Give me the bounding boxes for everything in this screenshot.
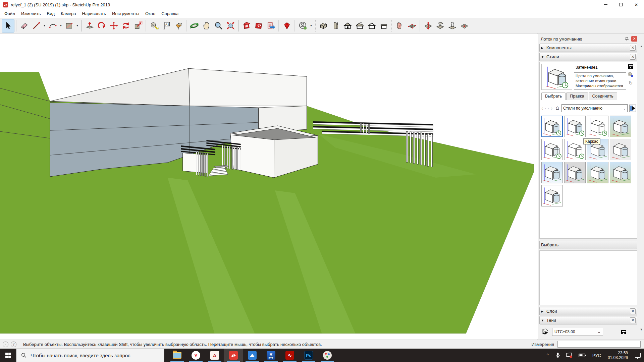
viewport[interactable] (0, 34, 538, 340)
view-top-icon[interactable] (329, 19, 341, 32)
section-styles-close[interactable]: ✕ (630, 54, 636, 60)
taskbar-app-paint[interactable] (318, 349, 337, 362)
styles-in-model-list[interactable] (539, 250, 637, 305)
minimize-button[interactable] (598, 0, 613, 9)
language-indicator[interactable]: РУС (592, 353, 601, 358)
show-secondary-pane-icon[interactable] (621, 330, 626, 334)
maximize-button[interactable] (613, 0, 629, 9)
scale-tool-icon[interactable] (132, 19, 144, 32)
taskbar-app-photos[interactable] (243, 349, 262, 362)
menu-item-2[interactable]: Вид (44, 10, 58, 17)
view-right-icon[interactable] (354, 19, 366, 32)
tool-dropdown-arrow[interactable]: ▼ (59, 19, 63, 32)
toggle-shadows-icon[interactable] (541, 328, 549, 336)
style-thumbnail-sky-8[interactable] (541, 162, 563, 183)
style-thumbnail-shaded-0[interactable] (541, 116, 563, 137)
select-tool-icon[interactable] (2, 19, 14, 32)
tool-dropdown-arrow[interactable]: ▼ (309, 19, 313, 32)
3d-warehouse-icon[interactable] (240, 19, 253, 32)
smoove-tool-icon[interactable] (422, 19, 434, 32)
menu-item-0[interactable]: Файл (1, 10, 18, 17)
pin-icon[interactable] (625, 37, 629, 41)
text-tool-icon[interactable]: A1 (160, 19, 172, 32)
style-thumbnail-gray-9[interactable] (564, 162, 586, 183)
menu-item-4[interactable]: Нарисовать (79, 10, 109, 17)
section-components[interactable]: ▶ Компоненты ✕ (539, 44, 637, 52)
section-components-close[interactable]: ✕ (630, 45, 636, 51)
help-icon[interactable]: ? (11, 342, 16, 347)
tool-dropdown-arrow[interactable]: ▼ (75, 19, 79, 32)
section-layers[interactable]: ▶ Слои ✕ (539, 307, 637, 315)
paint-bucket-tool-icon[interactable] (172, 19, 184, 32)
share-model-icon[interactable] (265, 19, 277, 32)
taskbar-search[interactable]: Чтобы начать поиск, введите здесь запрос (16, 349, 164, 362)
tab-select[interactable]: Выбрать (541, 93, 566, 100)
view-back-icon[interactable] (366, 19, 378, 32)
scroll-down-icon[interactable]: ▼ (639, 327, 644, 332)
style-thumbnail-hiddenline-5[interactable] (564, 139, 586, 160)
home-icon[interactable]: ⌂ (556, 105, 559, 111)
view-left-icon[interactable] (378, 19, 390, 32)
menu-item-6[interactable]: Окно (142, 10, 158, 17)
arc-tool-icon[interactable] (47, 19, 59, 32)
ruby-console-icon[interactable] (281, 19, 293, 32)
tool-dropdown-arrow[interactable]: ▼ (42, 19, 47, 32)
taskbar-app-autocad[interactable]: A (205, 349, 224, 362)
tray-close-button[interactable]: ✕ (631, 36, 637, 42)
display-notification-icon[interactable] (566, 353, 573, 358)
menu-item-3[interactable]: Камера (58, 10, 79, 17)
taskbar-app-sketchup[interactable] (224, 349, 243, 362)
taskbar-app-photoshop[interactable]: Ps (299, 349, 318, 362)
hidden-icons-chevron[interactable]: ⌃ (546, 353, 549, 358)
forward-arrow-icon[interactable]: ⇨ (548, 105, 552, 112)
drape-tool-icon[interactable] (446, 19, 458, 32)
taskbar-app-explorer[interactable] (168, 349, 186, 362)
menu-item-7[interactable]: Справка (158, 10, 181, 17)
microphone-icon[interactable] (555, 352, 560, 358)
panel-scrollbar[interactable]: ▲ ▼ (639, 43, 644, 338)
section-shadows[interactable]: ▼ Тени ✕ (539, 316, 637, 324)
account-icon[interactable] (297, 19, 309, 32)
action-center-button[interactable] (631, 349, 644, 362)
terrain-from-scratch-icon[interactable] (406, 19, 418, 32)
pushpull-tool-icon[interactable] (84, 19, 96, 32)
section-styles[interactable]: ▼ Стили ✕ (539, 53, 637, 61)
tape-measure-tool-icon[interactable] (148, 19, 160, 32)
rotate-tool-icon[interactable] (120, 19, 132, 32)
tab-edit[interactable]: Правка (566, 93, 588, 100)
show-secondary-pane-icon[interactable] (628, 64, 633, 69)
style-thumbnail-shaded-1[interactable] (564, 116, 586, 137)
battery-icon[interactable] (579, 353, 586, 357)
section-layers-close[interactable]: ✕ (630, 308, 636, 314)
followme-tool-icon[interactable] (96, 19, 108, 32)
style-thumbnail-hiddenline-2[interactable] (587, 116, 608, 137)
zoom-tool-icon[interactable] (212, 19, 224, 32)
style-collection-dropdown[interactable]: Стили по умолчанию ⌄ (561, 104, 628, 112)
menu-item-5[interactable]: Инструменты (109, 10, 142, 17)
start-button[interactable] (0, 349, 16, 362)
line-tool-icon[interactable] (30, 19, 42, 32)
refresh-style-icon[interactable]: ↻ (629, 80, 633, 86)
style-thumbnail-shadedgray-7[interactable] (610, 139, 631, 160)
back-arrow-icon[interactable]: ⇦ (541, 105, 546, 112)
style-thumbnail-xray-4[interactable] (541, 139, 563, 160)
move-tool-icon[interactable] (108, 19, 120, 32)
details-button[interactable] (629, 105, 636, 112)
terrain-from-contours-icon[interactable] (394, 19, 406, 32)
rectangle-tool-icon[interactable] (63, 19, 75, 32)
style-name-input[interactable] (574, 64, 626, 71)
taskbar-clock[interactable]: 23:58 01.03.2026 (608, 351, 628, 360)
stamp-tool-icon[interactable] (434, 19, 446, 32)
orbit-tool-icon[interactable] (188, 19, 200, 32)
geolocation-icon[interactable]: ◦ (3, 342, 8, 347)
measurements-input[interactable] (557, 341, 641, 348)
timezone-dropdown[interactable]: UTC+03:00 ⌄ (552, 328, 603, 336)
style-thumbnail-skygreen-3[interactable] (610, 116, 631, 137)
pan-tool-icon[interactable] (200, 19, 212, 32)
taskbar-app-revit[interactable]: RRVT (262, 349, 280, 362)
extension-warehouse-icon[interactable] (253, 19, 265, 32)
style-thumbnail-skygreen-10[interactable] (587, 162, 608, 183)
scroll-up-icon[interactable]: ▲ (639, 44, 644, 49)
style-thumbnail-shaded-12[interactable] (541, 185, 563, 206)
eraser-tool-icon[interactable] (18, 19, 30, 32)
